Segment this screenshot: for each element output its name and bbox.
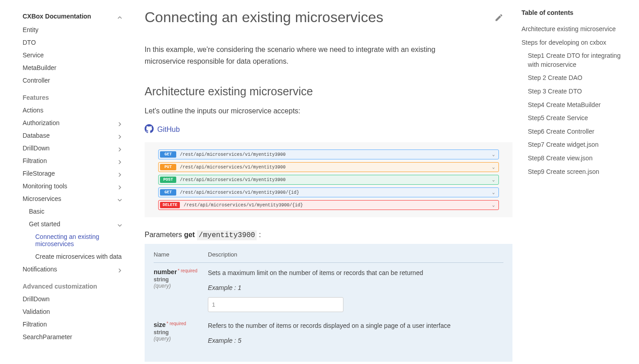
api-endpoint-row[interactable]: DELETE/rest/api/microservices/v1/myentit… — [158, 200, 499, 210]
nav-item[interactable]: Filtration — [23, 318, 131, 331]
params-method: get — [184, 231, 195, 238]
nav-label: Microservices — [23, 195, 61, 202]
nav-label: Monitoring tools — [23, 182, 67, 190]
nav-label: DTO — [23, 39, 36, 46]
nav-item[interactable]: Controller — [23, 74, 131, 87]
chevron-right-icon — [117, 146, 122, 150]
api-endpoint-row[interactable]: POST/rest/api/microservices/v1/myentity3… — [158, 175, 499, 185]
nav-label: Database — [23, 132, 50, 139]
chevron-down-icon: ⌄ — [492, 190, 495, 195]
param-name-col: size* requiredstring(query) — [154, 321, 208, 345]
api-method-badge: PUT — [160, 164, 176, 170]
nav-item[interactable]: FileStorage — [23, 167, 131, 180]
github-link[interactable]: GitHub — [145, 124, 512, 135]
toc-item[interactable]: Step8 Create view.json — [522, 152, 630, 165]
toc-item[interactable]: Step7 Create widget.json — [522, 138, 630, 152]
param-row: number* requiredstring(query)Sets a maxi… — [154, 268, 503, 312]
param-name: size — [154, 321, 165, 328]
nav-label: Filtration — [23, 157, 47, 164]
nav-item[interactable]: MetaBuilder — [23, 61, 131, 74]
api-endpoint-row[interactable]: GET/rest/api/microservices/v1/myentity39… — [158, 149, 499, 159]
nav-label: Filtration — [23, 321, 47, 328]
toc-item[interactable]: Step9 Create screen.json — [522, 165, 630, 179]
nav-item-connecting[interactable]: Connecting an existing microservices — [23, 230, 131, 250]
chevron-down-icon: ⌄ — [492, 177, 495, 182]
toc-item[interactable]: Step 2 Create DAO — [522, 71, 630, 85]
nav-label: Authorization — [23, 119, 60, 126]
param-desc: Refers to the number of items or records… — [208, 321, 503, 331]
params-title: Parameters get /myentity3900 : — [145, 231, 512, 239]
nav-label: Get started — [29, 220, 60, 228]
params-table: Name Description number* requiredstring(… — [145, 244, 512, 362]
chevron-right-icon — [117, 267, 122, 271]
sidebar-title[interactable]: CXBox Documentation — [23, 9, 131, 23]
api-method-badge: GET — [160, 189, 176, 196]
toc-title: Table of contents — [522, 9, 630, 16]
nav-item-microservices[interactable]: Microservices — [23, 192, 131, 205]
api-path: /rest/api/microservices/v1/myentity3900/… — [183, 203, 303, 208]
nav-item[interactable]: Entity — [23, 23, 131, 36]
toc-item[interactable]: Step4 Create MetaBuilder — [522, 98, 630, 112]
nav-label: Connecting an existing microservices — [35, 233, 122, 247]
param-input[interactable] — [208, 297, 343, 312]
nav-item-create-ms[interactable]: Create microservices with data — [23, 250, 131, 263]
param-example: Example : 5 — [208, 336, 503, 345]
toc-item[interactable]: Step1 Create DTO for integrating with mi… — [522, 49, 630, 71]
chevron-right-icon — [117, 159, 122, 163]
nav-item[interactable]: SearchParameter — [23, 331, 131, 343]
nav-label: SearchParameter — [23, 333, 72, 341]
edit-icon[interactable] — [494, 9, 503, 26]
param-type: string — [154, 276, 208, 283]
toc-item[interactable]: Steps for developing on cxbox — [522, 36, 630, 50]
api-path: /rest/api/microservices/v1/myentity3900 — [180, 177, 286, 182]
param-in: (query) — [154, 336, 208, 342]
nav-item-notifications[interactable]: Notifications — [23, 263, 131, 275]
chevron-right-icon — [117, 171, 122, 176]
nav-item[interactable]: DrillDown — [23, 142, 131, 154]
nav-label: Create microservices with data — [35, 253, 122, 260]
nav-label: Controller — [23, 77, 50, 84]
params-suffix: : — [259, 231, 261, 238]
github-icon — [145, 124, 154, 135]
param-name-col: number* requiredstring(query) — [154, 268, 208, 312]
chevron-down-icon — [117, 222, 122, 226]
nav-label: MetaBuilder — [23, 64, 56, 71]
nav-item[interactable]: Service — [23, 49, 131, 61]
nav-item[interactable]: Actions — [23, 104, 131, 117]
chevron-down-icon: ⌄ — [492, 164, 495, 170]
api-method-badge: GET — [160, 151, 176, 158]
nav-item[interactable]: DrillDown — [23, 293, 131, 305]
param-row: size* requiredstring(query)Refers to the… — [154, 321, 503, 345]
sidebar-title-label: CXBox Documentation — [23, 13, 91, 20]
toc-item[interactable]: Architecture existing microservice — [522, 23, 630, 36]
nav-item-basic[interactable]: Basic — [23, 205, 131, 218]
api-endpoint-row[interactable]: GET/rest/api/microservices/v1/myentity39… — [158, 187, 499, 197]
nav-item[interactable]: Monitoring tools — [23, 180, 131, 192]
param-required: * required — [166, 321, 186, 326]
param-desc: Sets a maximum limit on the number of it… — [208, 268, 503, 278]
table-of-contents: Table of contents Architecture existing … — [512, 0, 639, 364]
params-header: Name Description — [154, 251, 503, 263]
page-title: Connecting an existing microservices — [145, 9, 512, 26]
nav-item-get-started[interactable]: Get started — [23, 218, 131, 230]
toc-item[interactable]: Step5 Create Service — [522, 112, 630, 125]
toc-item[interactable]: Step 3 Create DTO — [522, 85, 630, 98]
col-desc: Description — [208, 251, 503, 258]
nav-label: FileStorage — [23, 170, 55, 177]
advanced-label: Advanced customization — [23, 275, 131, 293]
params-prefix: Parameters — [145, 231, 182, 238]
nav-item[interactable]: Database — [23, 129, 131, 142]
nav-label: Notifications — [23, 266, 57, 273]
nav-item[interactable]: Authorization — [23, 117, 131, 129]
features-label: Features — [23, 87, 131, 104]
col-name: Name — [154, 251, 208, 258]
api-path: /rest/api/microservices/v1/myentity3900 — [180, 152, 286, 157]
nav-item[interactable]: Filtration — [23, 154, 131, 167]
nav-item[interactable]: DTO — [23, 36, 131, 49]
toc-item[interactable]: Step6 Create Controller — [522, 125, 630, 139]
chevron-down-icon: ⌄ — [492, 152, 495, 157]
api-endpoint-row[interactable]: PUT/rest/api/microservices/v1/myentity39… — [158, 162, 499, 172]
param-name: number — [154, 268, 177, 275]
nav-item[interactable]: Validation — [23, 305, 131, 318]
lead-paragraph: Let's outline the inputs our microservic… — [145, 107, 512, 115]
